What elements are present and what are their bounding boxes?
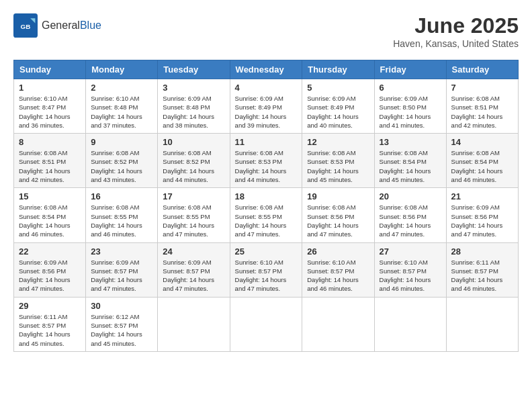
table-cell: 4 Sunrise: 6:09 AM Sunset: 8:49 PM Dayli… [230,79,302,134]
day-number: 24 [163,246,224,257]
location-text: Haven, Kansas, United States [393,38,519,49]
table-cell: 10 Sunrise: 6:08 AM Sunset: 8:52 PM Dayl… [158,134,230,188]
cell-info: Sunrise: 6:11 AM Sunset: 8:57 PM Dayligh… [451,258,513,293]
cell-info: Sunrise: 6:09 AM Sunset: 8:50 PM Dayligh… [380,94,441,130]
calendar-week-row: 29 Sunrise: 6:11 AM Sunset: 8:57 PM Dayl… [14,297,519,351]
cell-info: Sunrise: 6:09 AM Sunset: 8:56 PM Dayligh… [451,203,513,238]
table-cell: 20 Sunrise: 6:08 AM Sunset: 8:56 PM Dayl… [374,188,446,242]
table-cell: 29 Sunrise: 6:11 AM Sunset: 8:57 PM Dayl… [14,297,86,351]
table-cell: 7 Sunrise: 6:08 AM Sunset: 8:51 PM Dayli… [446,79,518,134]
day-number: 2 [91,83,152,93]
col-tuesday: Tuesday [158,60,230,79]
day-number: 9 [91,137,152,147]
day-number: 18 [235,191,298,201]
cell-info: Sunrise: 6:08 AM Sunset: 8:51 PM Dayligh… [451,94,513,130]
day-number: 21 [451,191,513,201]
calendar-table: Sunday Monday Tuesday Wednesday Thursday… [13,60,519,352]
table-cell [230,297,302,351]
cell-info: Sunrise: 6:09 AM Sunset: 8:57 PM Dayligh… [91,258,152,293]
day-number: 12 [307,137,369,147]
day-number: 11 [235,137,298,147]
table-cell [374,297,446,351]
cell-info: Sunrise: 6:10 AM Sunset: 8:57 PM Dayligh… [307,258,369,293]
day-number: 25 [235,246,298,257]
day-number: 7 [451,83,513,93]
table-cell: 2 Sunrise: 6:10 AM Sunset: 8:48 PM Dayli… [86,79,158,134]
table-cell: 17 Sunrise: 6:08 AM Sunset: 8:55 PM Dayl… [158,188,230,242]
logo-text: GeneralBlue [42,19,101,32]
table-cell: 21 Sunrise: 6:09 AM Sunset: 8:56 PM Dayl… [446,188,518,242]
cell-info: Sunrise: 6:12 AM Sunset: 8:57 PM Dayligh… [91,312,152,348]
table-cell: 14 Sunrise: 6:08 AM Sunset: 8:54 PM Dayl… [446,134,518,188]
calendar-week-row: 22 Sunrise: 6:09 AM Sunset: 8:56 PM Dayl… [14,242,519,297]
cell-info: Sunrise: 6:08 AM Sunset: 8:52 PM Dayligh… [91,148,152,184]
table-cell: 8 Sunrise: 6:08 AM Sunset: 8:51 PM Dayli… [14,134,86,188]
table-cell: 6 Sunrise: 6:09 AM Sunset: 8:50 PM Dayli… [374,79,446,134]
col-wednesday: Wednesday [230,60,302,79]
day-number: 20 [380,191,441,201]
logo-blue-text: Blue [80,19,101,31]
day-number: 28 [451,246,513,257]
logo: GB GeneralBlue [13,13,101,38]
cell-info: Sunrise: 6:11 AM Sunset: 8:57 PM Dayligh… [19,312,81,348]
day-number: 29 [19,301,81,311]
logo-general-text: General [42,19,80,31]
day-number: 26 [307,246,369,257]
cell-info: Sunrise: 6:08 AM Sunset: 8:55 PM Dayligh… [163,203,224,238]
calendar-week-row: 1 Sunrise: 6:10 AM Sunset: 8:47 PM Dayli… [14,79,519,134]
table-cell: 24 Sunrise: 6:09 AM Sunset: 8:57 PM Dayl… [158,242,230,297]
day-number: 27 [380,246,441,257]
cell-info: Sunrise: 6:08 AM Sunset: 8:54 PM Dayligh… [451,148,513,184]
table-cell: 11 Sunrise: 6:08 AM Sunset: 8:53 PM Dayl… [230,134,302,188]
day-number: 13 [380,137,441,147]
table-cell [446,297,518,351]
table-cell [302,297,374,351]
col-friday: Friday [374,60,446,79]
cell-info: Sunrise: 6:08 AM Sunset: 8:55 PM Dayligh… [235,203,298,238]
title-block: June 2025 Haven, Kansas, United States [393,13,519,49]
cell-info: Sunrise: 6:08 AM Sunset: 8:56 PM Dayligh… [380,203,441,238]
table-cell: 16 Sunrise: 6:08 AM Sunset: 8:55 PM Dayl… [86,188,158,242]
cell-info: Sunrise: 6:09 AM Sunset: 8:57 PM Dayligh… [163,258,224,293]
table-cell: 15 Sunrise: 6:08 AM Sunset: 8:54 PM Dayl… [14,188,86,242]
table-cell: 28 Sunrise: 6:11 AM Sunset: 8:57 PM Dayl… [446,242,518,297]
day-number: 16 [91,191,152,201]
day-number: 23 [91,246,152,257]
cell-info: Sunrise: 6:09 AM Sunset: 8:49 PM Dayligh… [235,94,298,130]
day-number: 17 [163,191,224,201]
table-cell: 23 Sunrise: 6:09 AM Sunset: 8:57 PM Dayl… [86,242,158,297]
day-number: 10 [163,137,224,147]
table-cell: 19 Sunrise: 6:08 AM Sunset: 8:56 PM Dayl… [302,188,374,242]
day-number: 5 [307,83,369,93]
table-cell: 30 Sunrise: 6:12 AM Sunset: 8:57 PM Dayl… [86,297,158,351]
day-number: 6 [380,83,441,93]
day-number: 30 [91,301,152,311]
calendar-week-row: 8 Sunrise: 6:08 AM Sunset: 8:51 PM Dayli… [14,134,519,188]
cell-info: Sunrise: 6:08 AM Sunset: 8:51 PM Dayligh… [19,148,81,184]
day-number: 4 [235,83,298,93]
cell-info: Sunrise: 6:08 AM Sunset: 8:53 PM Dayligh… [235,148,298,184]
col-monday: Monday [86,60,158,79]
table-cell: 26 Sunrise: 6:10 AM Sunset: 8:57 PM Dayl… [302,242,374,297]
calendar-header-row: Sunday Monday Tuesday Wednesday Thursday… [14,60,519,79]
day-number: 22 [19,246,81,257]
svg-text:GB: GB [21,23,31,30]
day-number: 19 [307,191,369,201]
table-cell [158,297,230,351]
table-cell: 5 Sunrise: 6:09 AM Sunset: 8:49 PM Dayli… [302,79,374,134]
table-cell: 12 Sunrise: 6:08 AM Sunset: 8:53 PM Dayl… [302,134,374,188]
page-header: GB GeneralBlue June 2025 Haven, Kansas, … [13,13,519,49]
col-saturday: Saturday [446,60,518,79]
table-cell: 13 Sunrise: 6:08 AM Sunset: 8:54 PM Dayl… [374,134,446,188]
table-cell: 1 Sunrise: 6:10 AM Sunset: 8:47 PM Dayli… [14,79,86,134]
table-cell: 18 Sunrise: 6:08 AM Sunset: 8:55 PM Dayl… [230,188,302,242]
cell-info: Sunrise: 6:10 AM Sunset: 8:48 PM Dayligh… [91,94,152,130]
day-number: 8 [19,137,81,147]
day-number: 14 [451,137,513,147]
col-sunday: Sunday [14,60,86,79]
cell-info: Sunrise: 6:10 AM Sunset: 8:47 PM Dayligh… [19,94,81,130]
table-cell: 3 Sunrise: 6:09 AM Sunset: 8:48 PM Dayli… [158,79,230,134]
col-thursday: Thursday [302,60,374,79]
cell-info: Sunrise: 6:09 AM Sunset: 8:49 PM Dayligh… [307,94,369,130]
day-number: 3 [163,83,224,93]
